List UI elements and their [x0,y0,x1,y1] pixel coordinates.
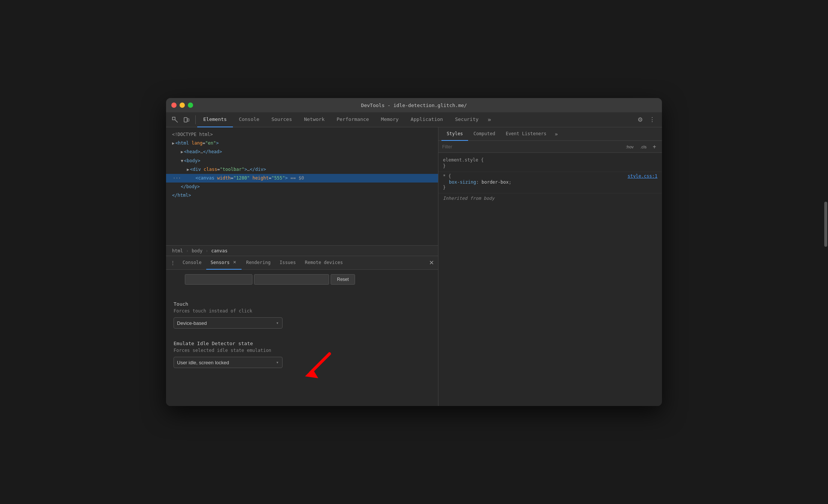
idle-detector-label: Emulate Idle Detector state [174,341,431,346]
devtools-window: DevTools - idle-detection.glitch.me/ Ele… [166,98,662,406]
style-block-star: * { style.css:1 box-sizing: border-box; … [438,172,662,193]
device-toolbar-button[interactable] [181,115,192,125]
elements-panel: <!DOCTYPE html> ▶<html lang="en"> ▶<head… [166,127,438,406]
box-sizing-value: border-box [482,180,509,185]
tab-performance[interactable]: Performance [331,112,375,127]
styles-panel: Styles Computed Event Listeners » :hov .… [438,127,662,406]
location-input-area [185,274,252,285]
drawer-menu-button[interactable]: ⋮ [168,258,178,268]
breadcrumb-canvas[interactable]: canvas [210,247,229,254]
html-line-close-html[interactable]: </html> [166,191,438,200]
window-title: DevTools - idle-detection.glitch.me/ [361,103,467,108]
box-sizing-property: box-sizing [449,180,476,185]
styles-tab-computed[interactable]: Computed [468,127,500,141]
styles-tab-event-listeners[interactable]: Event Listeners [500,127,551,141]
touch-select[interactable]: None Device-based Force enabled [174,317,283,329]
settings-button[interactable]: ⚙ [635,115,645,125]
style-source-link[interactable]: style.css:1 [628,174,657,179]
svg-rect-0 [172,117,175,120]
styles-filter-btns: :hov .cls + [623,143,658,151]
close-button[interactable] [171,103,177,108]
reset-button[interactable]: Reset [331,274,355,285]
box-sizing-rule: box-sizing: border-box; [443,180,657,185]
drawer-tab-console[interactable]: Console [178,256,206,270]
svg-rect-2 [184,118,187,122]
minimize-button[interactable] [180,103,185,108]
devtools-toolbar: Elements Console Sources Network Perform… [166,112,662,127]
tab-security[interactable]: Security [449,112,485,127]
drawer-close-button[interactable]: ✕ [426,258,437,268]
tabs-bar: Elements Console Sources Network Perform… [197,112,635,127]
add-style-button[interactable]: + [651,143,658,151]
more-options-button[interactable]: ⋮ [647,115,657,125]
svg-line-1 [175,120,178,122]
drawer-tab-issues[interactable]: Issues [275,256,300,270]
star-selector: * { [443,174,451,179]
tab-memory[interactable]: Memory [375,112,405,127]
drawer-tabs-bar: ⋮ Console Sensors ✕ Rendering Issues Rem… [166,256,438,270]
drawer-tab-sensors[interactable]: Sensors ✕ [206,256,242,270]
breadcrumb-html[interactable]: html [171,247,184,254]
html-line-div[interactable]: ▶<div class="toolbar">…</div> [166,165,438,174]
styles-tabs: Styles Computed Event Listeners » [438,127,662,141]
breadcrumb: html › body › canvas [166,245,438,256]
titlebar: DevTools - idle-detection.glitch.me/ [166,98,662,112]
sensors-tab-label: Sensors [211,260,230,265]
traffic-lights [171,103,193,108]
element-style-selector: element.style { [443,157,657,163]
tab-network[interactable]: Network [298,112,331,127]
cls-filter-button[interactable]: .cls [638,143,650,151]
touch-label: Touch [174,301,431,307]
inherited-label: Inherited from body [438,193,662,202]
idle-detector-select[interactable]: No idle emulation User active, screen un… [174,357,283,368]
touch-desc: Forces touch instead of click [174,308,431,314]
inspect-element-button[interactable] [170,115,180,125]
sensors-content: Reset Touch Forces touch instead of clic… [166,270,438,406]
drawer-tab-remote-devices[interactable]: Remote devices [301,256,348,270]
elements-tree[interactable]: <!DOCTYPE html> ▶<html lang="en"> ▶<head… [166,127,438,245]
sensors-tab-close[interactable]: ✕ [232,260,237,265]
tab-sources[interactable]: Sources [265,112,298,127]
toolbar-divider [195,115,196,124]
star-close: } [443,185,657,190]
idle-detector-select-wrapper: No idle emulation User active, screen un… [174,357,283,368]
toolbar-right: ⚙ ⋮ [635,115,660,125]
styles-tab-styles[interactable]: Styles [441,127,468,141]
touch-section: Touch Forces touch instead of click None… [166,298,438,335]
tab-console[interactable]: Console [233,112,266,127]
styles-tab-overflow[interactable]: » [552,131,561,137]
html-line-head[interactable]: ▶<head>…</head> [166,148,438,156]
fullscreen-button[interactable] [188,103,193,108]
idle-detector-desc: Forces selected idle state emulation [174,348,431,353]
styles-filter-bar: :hov .cls + [438,141,662,153]
breadcrumb-body[interactable]: body [190,247,204,254]
tabs-overflow[interactable]: » [485,112,494,127]
html-line-close-body[interactable]: </body> [166,183,438,191]
style-block-element: element.style { } [438,156,662,172]
devtools-body: <!DOCTYPE html> ▶<html lang="en"> ▶<head… [166,127,662,406]
styles-content: element.style { } * { style.css:1 box-si… [438,153,662,406]
drawer-tab-rendering[interactable]: Rendering [242,256,275,270]
tab-application[interactable]: Application [405,112,449,127]
bottom-drawer: ⋮ Console Sensors ✕ Rendering Issues Rem… [166,256,438,406]
html-line-canvas[interactable]: ··· <canvas width="1280" height="555"> =… [166,174,438,183]
tab-elements[interactable]: Elements [197,112,233,127]
idle-detector-section: Emulate Idle Detector state Forces selec… [166,335,438,374]
toolbar-icons [168,115,194,125]
element-style-close: } [443,163,657,169]
svg-rect-3 [187,119,189,121]
styles-filter-input[interactable] [442,144,623,149]
reset-row: Reset [166,274,438,285]
location-input-area-2 [254,274,329,285]
html-line-doctype[interactable]: <!DOCTYPE html> [166,130,438,139]
touch-select-wrapper: None Device-based Force enabled [174,317,283,329]
hov-filter-button[interactable]: :hov [623,143,636,151]
html-line-body[interactable]: ▼<body> [166,157,438,165]
html-line-html[interactable]: ▶<html lang="en"> [166,139,438,148]
